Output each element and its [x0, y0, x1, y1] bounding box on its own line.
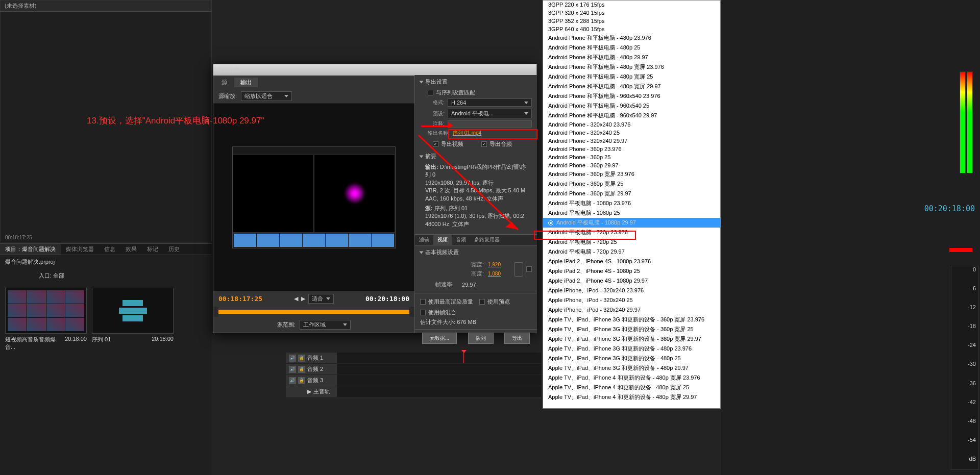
- preview-monitor[interactable]: [213, 104, 414, 291]
- lock-icon[interactable]: 🔒: [298, 355, 305, 362]
- timeline-panel: 🔊🔒音频 1 🔊🔒音频 2 🔊🔒音频 3 ▶主音轨: [286, 353, 541, 398]
- preset-option[interactable]: Android 平板电脑 - 1080p 29.97: [543, 218, 720, 228]
- preset-option[interactable]: Android Phone - 320x240 23.976: [543, 120, 720, 129]
- tab-source[interactable]: 源: [215, 78, 233, 87]
- link-dimensions-icon[interactable]: [514, 262, 523, 277]
- preset-option[interactable]: Android Phone 和平板电脑 - 960x540 29.97: [543, 111, 720, 120]
- src-range-dropdown[interactable]: 工作区域: [300, 320, 351, 330]
- export-audio-checkbox[interactable]: ✓: [481, 141, 487, 147]
- dim-checkbox[interactable]: [526, 266, 532, 272]
- height-value[interactable]: 1,080: [488, 271, 501, 277]
- max-render-checkbox[interactable]: [420, 299, 426, 305]
- width-value[interactable]: 1,920: [488, 262, 501, 267]
- scale-dropdown[interactable]: 缩放以适合: [241, 91, 292, 101]
- preset-option[interactable]: Apple TV、iPad、iPhone 3G 和更新的设备 - 360p 宽屏…: [543, 324, 720, 334]
- preset-option[interactable]: 3GPP 320 x 240 15fps: [543, 9, 720, 17]
- preset-option[interactable]: Android Phone 和平板电脑 - 480p 29.97: [543, 53, 720, 62]
- queue-button[interactable]: 队列: [468, 333, 494, 344]
- preset-option[interactable]: Apple TV、iPad、iPhone 3G 和更新的设备 - 360p 宽屏…: [543, 334, 720, 344]
- tab-mux[interactable]: 多路复用器: [470, 235, 504, 245]
- preset-option[interactable]: Android Phone 和平板电脑 - 480p 宽屏 29.97: [543, 82, 720, 91]
- tab-video[interactable]: 视频: [433, 235, 452, 245]
- preset-option[interactable]: Android Phone - 360p 29.97: [543, 161, 720, 169]
- metadata-button[interactable]: 元数据...: [422, 333, 457, 344]
- bin-item-clip[interactable]: 短视频高音质音频爆音...20:18:00: [5, 288, 87, 351]
- preset-option[interactable]: Android Phone 和平板电脑 - 480p 宽屏 25: [543, 72, 720, 82]
- preset-option[interactable]: Apple TV、iPad、iPhone 4 和更新的设备 - 480p 宽屏 …: [543, 392, 720, 402]
- preset-option[interactable]: Apple iPad 2、iPhone 4S - 1080p 29.97: [543, 276, 720, 286]
- tab-media-browser[interactable]: 媒体浏览器: [61, 244, 99, 255]
- track-audio3[interactable]: 🔊🔒音频 3: [286, 375, 541, 386]
- speaker-icon[interactable]: 🔊: [289, 377, 296, 384]
- preset-option[interactable]: Apple iPad 2、iPhone 4S - 1080p 23.976: [543, 257, 720, 266]
- frame-blend-checkbox[interactable]: [420, 310, 426, 315]
- preset-dropdown-list[interactable]: 3GPP 220 x 176 15fps3GPP 320 x 240 15fps…: [543, 0, 721, 409]
- preset-option[interactable]: Android 平板电脑 - 1080p 23.976: [543, 198, 720, 208]
- preset-option[interactable]: 3GPP 220 x 176 15fps: [543, 1, 720, 9]
- export-video-checkbox[interactable]: ✓: [433, 141, 438, 147]
- preset-option[interactable]: Apple iPhone、iPod - 320x240 29.97: [543, 305, 720, 315]
- export-button[interactable]: 导出: [504, 333, 530, 344]
- track-audio1[interactable]: 🔊🔒音频 1: [286, 353, 541, 364]
- preset-option[interactable]: Android Phone - 360p 23.976: [543, 145, 720, 153]
- tab-output[interactable]: 输出: [234, 78, 258, 87]
- match-checkbox[interactable]: [428, 90, 433, 95]
- scrubber[interactable]: [218, 307, 409, 317]
- dialog-titlebar[interactable]: 导出设置: [213, 64, 536, 76]
- comment-input[interactable]: [448, 120, 532, 128]
- format-dropdown[interactable]: H.264: [448, 98, 532, 107]
- speaker-icon[interactable]: 🔊: [289, 355, 296, 362]
- preset-option[interactable]: Android 平板电脑 - 720p 25: [543, 237, 720, 247]
- preset-option[interactable]: Android Phone 和平板电脑 - 960x540 25: [543, 101, 720, 111]
- preset-option[interactable]: Apple iPhone、iPod - 320x240 25: [543, 295, 720, 305]
- tab-effects[interactable]: 效果: [120, 244, 142, 255]
- preset-option[interactable]: Apple iPhone、iPod - 320x240 23.976: [543, 286, 720, 295]
- output-name-link[interactable]: 序列 01.mp4: [453, 130, 481, 137]
- current-timecode[interactable]: 00:18:17:25: [218, 295, 262, 303]
- use-preview-checkbox[interactable]: [479, 299, 485, 305]
- speaker-icon[interactable]: 🔊: [289, 366, 296, 373]
- preset-option[interactable]: Android Phone 和平板电脑 - 480p 23.976: [543, 33, 720, 43]
- program-timecode: 00:20:18:00: [924, 204, 975, 213]
- bin-item-sequence[interactable]: 序列 0120:18:00: [92, 288, 174, 351]
- preset-option[interactable]: Android Phone - 360p 25: [543, 153, 720, 161]
- preset-option[interactable]: 3GPP 352 x 288 15fps: [543, 17, 720, 25]
- source-panel-tab[interactable]: (未选择素材): [1, 1, 211, 12]
- preset-option[interactable]: Apple TV、iPad、iPhone 4 和更新的设备 - 480p 宽屏 …: [543, 383, 720, 392]
- fit-dropdown[interactable]: 适合: [308, 294, 334, 304]
- tab-audio[interactable]: 音频: [452, 235, 470, 245]
- tab-project[interactable]: 项目：爆音问题解决: [0, 244, 61, 255]
- preset-option[interactable]: Apple TV、iPad、iPhone 4 和更新的设备 - 480p 宽屏 …: [543, 373, 720, 383]
- preset-option[interactable]: Android 平板电脑 - 1080p 25: [543, 208, 720, 218]
- tab-filter[interactable]: 滤镜: [415, 235, 433, 245]
- tab-info[interactable]: 信息: [99, 244, 120, 255]
- preset-option[interactable]: Android Phone 和平板电脑 - 960x540 23.976: [543, 91, 720, 101]
- preset-option[interactable]: Android 平板电脑 - 720p 29.97: [543, 247, 720, 257]
- preset-option[interactable]: Android Phone 和平板电脑 - 480p 宽屏 23.976: [543, 62, 720, 72]
- track-audio2[interactable]: 🔊🔒音频 2: [286, 364, 541, 375]
- preset-option[interactable]: Android Phone - 320x240 29.97: [543, 137, 720, 145]
- preset-option[interactable]: Apple TV、iPad、iPhone 3G 和更新的设备 - 480p 25: [543, 354, 720, 363]
- lock-icon[interactable]: 🔒: [298, 377, 305, 384]
- preset-option[interactable]: 3GPP 640 x 480 15fps: [543, 25, 720, 33]
- preset-dropdown-trigger[interactable]: Android 平板电...: [448, 109, 532, 118]
- preset-option[interactable]: Apple TV、iPad、iPhone 3G 和更新的设备 - 480p 23…: [543, 344, 720, 354]
- step-fwd-icon[interactable]: ▶: [301, 295, 305, 302]
- preset-option[interactable]: Apple iPad 2、iPhone 4S - 1080p 25: [543, 266, 720, 276]
- tab-markers[interactable]: 标记: [142, 244, 163, 255]
- step-back-icon[interactable]: ◀: [294, 295, 298, 302]
- tab-history[interactable]: 历史: [163, 244, 185, 255]
- preset-option[interactable]: Android 平板电脑 - 720p 23.976: [543, 228, 720, 237]
- preset-option[interactable]: Android Phone - 360p 宽屏 23.976: [543, 169, 720, 179]
- playhead-indicator[interactable]: [463, 353, 464, 363]
- preset-option[interactable]: Android Phone - 360p 宽屏 29.97: [543, 189, 720, 198]
- entry-dropdown[interactable]: 全部: [53, 272, 64, 279]
- fps-value[interactable]: 29.97: [462, 282, 476, 288]
- preset-option[interactable]: Android Phone 和平板电脑 - 480p 25: [543, 43, 720, 53]
- preset-option[interactable]: Apple TV、iPad、iPhone 3G 和更新的设备 - 480p 29…: [543, 363, 720, 373]
- lock-icon[interactable]: 🔒: [298, 366, 305, 373]
- track-master[interactable]: ▶主音轨: [286, 386, 541, 397]
- preset-option[interactable]: Android Phone - 320x240 25: [543, 129, 720, 137]
- preset-option[interactable]: Android Phone - 360p 宽屏 25: [543, 179, 720, 189]
- preset-option[interactable]: Apple TV、iPad、iPhone 3G 和更新的设备 - 360p 宽屏…: [543, 315, 720, 324]
